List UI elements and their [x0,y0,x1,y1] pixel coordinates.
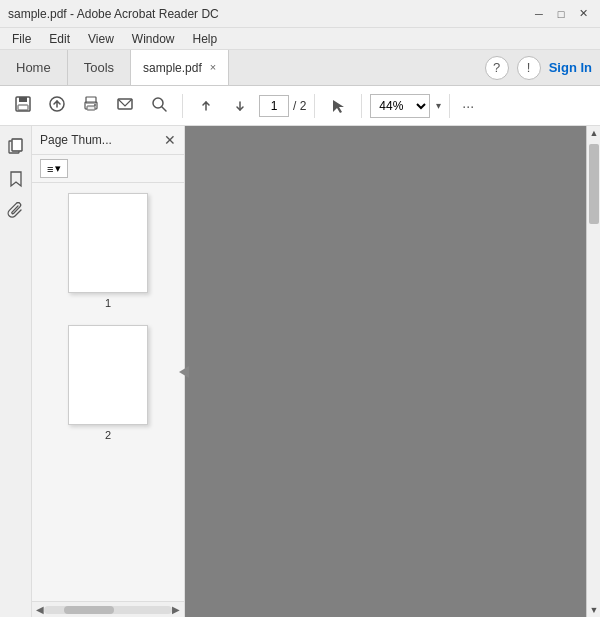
maximize-button[interactable]: □ [552,5,570,23]
menu-file[interactable]: File [4,30,39,48]
tab-home[interactable]: Home [0,50,68,85]
protected-icon: ! [527,60,531,75]
tab-right-controls: ? ! Sign In [477,50,600,85]
main-area: Page Thum... ✕ ≡ ▾ 1 2 [0,126,600,617]
svg-rect-6 [87,106,95,110]
toolbar-divider-2 [314,94,315,118]
more-options-button[interactable]: ··· [458,94,478,118]
svg-rect-1 [19,97,27,102]
zoom-select[interactable]: 44% [370,94,430,118]
page-2-thumbnail [68,325,148,425]
toolbar-divider-3 [361,94,362,118]
svg-rect-2 [18,105,28,110]
email-button[interactable] [110,91,140,121]
panel-header: Page Thum... ✕ [32,126,184,155]
v-scroll-thumb[interactable] [589,144,599,224]
scroll-thumb[interactable] [64,606,114,614]
next-page-button[interactable] [225,91,255,121]
cursor-tool-button[interactable] [323,91,353,121]
document-tab[interactable]: sample.pdf × [131,50,229,85]
scroll-left-arrow[interactable]: ◀ [36,604,44,615]
help-icon: ? [493,60,500,75]
attachment-icon[interactable] [3,198,29,224]
menu-view[interactable]: View [80,30,122,48]
print-button[interactable] [76,91,106,121]
svg-rect-13 [12,139,22,151]
svg-marker-16 [179,366,189,378]
tab-tools[interactable]: Tools [68,50,131,85]
sign-in-button[interactable]: Sign In [549,60,592,75]
nav-tabs: Home Tools [0,50,131,85]
document-tab-title: sample.pdf [143,61,202,75]
page-1-thumbnail [68,193,148,293]
pdf-content-area[interactable] [185,126,586,617]
search-button[interactable] [144,91,174,121]
save-icon [14,95,32,117]
scroll-up-arrow[interactable]: ▲ [587,126,600,140]
vertical-scrollbar[interactable]: ▲ ▼ [586,126,600,617]
title-bar-text: sample.pdf - Adobe Acrobat Reader DC [8,7,219,21]
page-2-label: 2 [105,429,111,441]
pages-icon[interactable] [3,134,29,160]
v-scroll-track[interactable] [587,140,600,603]
resize-handle[interactable] [178,362,190,382]
email-icon [116,95,134,117]
close-button[interactable]: ✕ [574,5,592,23]
page-navigation [191,91,255,121]
thumbnail-options-button[interactable]: ≡ ▾ [40,159,68,178]
title-bar: sample.pdf - Adobe Acrobat Reader DC ─ □… [0,0,600,28]
thumbnail-page-1[interactable]: 1 [68,193,148,309]
sidebar-horizontal-scrollbar[interactable]: ◀ ▶ [32,601,184,617]
upload-button[interactable] [42,91,72,121]
menu-help[interactable]: Help [185,30,226,48]
thumbnail-area: 1 2 [32,183,184,601]
panel-close-button[interactable]: ✕ [164,132,176,148]
help-icon-button[interactable]: ? [485,56,509,80]
toolbar-divider-4 [449,94,450,118]
page-total: / 2 [293,99,306,113]
document-tab-close[interactable]: × [210,62,216,73]
upload-icon [48,95,66,117]
tab-bar: Home Tools sample.pdf × ? ! Sign In [0,50,600,86]
thumbnail-options-icon: ≡ [47,163,53,175]
bookmark-icon[interactable] [3,166,29,192]
thumbnail-dropdown-icon: ▾ [55,162,61,175]
tab-spacer [229,50,476,85]
page-1-label: 1 [105,297,111,309]
panel-title: Page Thum... [40,133,112,147]
toolbar-divider-1 [182,94,183,118]
scroll-down-arrow[interactable]: ▼ [587,603,600,617]
sidebar-toolbar: ≡ ▾ [32,155,184,183]
page-input[interactable] [259,95,289,117]
svg-marker-15 [11,172,21,186]
menu-bar: File Edit View Window Help [0,28,600,50]
menu-window[interactable]: Window [124,30,183,48]
svg-line-10 [162,107,166,111]
search-icon [150,95,168,117]
thumbnail-page-2[interactable]: 2 [68,325,148,441]
strip-panel [0,126,32,617]
print-icon [82,95,100,117]
sidebar: Page Thum... ✕ ≡ ▾ 1 2 [0,126,185,617]
title-bar-controls: ─ □ ✕ [530,5,592,23]
prev-page-button[interactable] [191,91,221,121]
scroll-right-arrow[interactable]: ▶ [172,604,180,615]
svg-marker-11 [333,100,344,113]
svg-point-7 [94,104,96,106]
toolbar: / 2 44% ▾ ··· [0,86,600,126]
minimize-button[interactable]: ─ [530,5,548,23]
save-button[interactable] [8,91,38,121]
thumbnail-panel: Page Thum... ✕ ≡ ▾ 1 2 [32,126,184,617]
menu-edit[interactable]: Edit [41,30,78,48]
scroll-track[interactable] [44,606,172,614]
zoom-dropdown-icon[interactable]: ▾ [436,100,441,111]
protected-icon-button[interactable]: ! [517,56,541,80]
